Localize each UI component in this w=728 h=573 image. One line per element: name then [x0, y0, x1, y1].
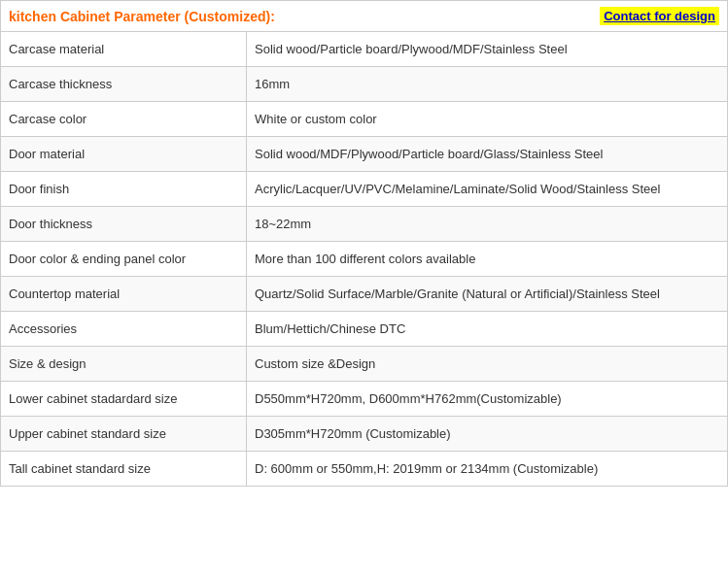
row-label: Upper cabinet standard size — [1, 417, 247, 452]
row-label: Accessories — [1, 312, 247, 347]
row-value: White or custom color — [247, 102, 728, 137]
row-label: Carcase thickness — [1, 67, 247, 102]
row-value: Custom size &Design — [247, 347, 728, 382]
table-row: Countertop materialQuartz/Solid Surface/… — [1, 277, 728, 312]
row-label: Carcase color — [1, 102, 247, 137]
row-value: Solid wood/MDF/Plywood/Particle board/Gl… — [247, 137, 728, 172]
row-value: D305mm*H720mm (Customizable) — [247, 417, 728, 452]
row-value: Quartz/Solid Surface/Marble/Granite (Nat… — [247, 277, 728, 312]
page-header: kitchen Cabinet Parameter (Customized): … — [0, 0, 728, 31]
row-label: Door thickness — [1, 207, 247, 242]
table-row: Carcase thickness16mm — [1, 67, 728, 102]
row-label: Lower cabinet stadardard size — [1, 382, 247, 417]
table-row: Door thickness18~22mm — [1, 207, 728, 242]
row-label: Tall cabinet standard size — [1, 452, 247, 487]
row-value: D550mm*H720mm, D600mm*H762mm(Customizabl… — [247, 382, 728, 417]
contact-link[interactable]: Contact for design — [600, 7, 719, 25]
row-label: Door material — [1, 137, 247, 172]
row-label: Door finish — [1, 172, 247, 207]
table-row: Lower cabinet stadardard sizeD550mm*H720… — [1, 382, 728, 417]
row-value: Blum/Hettich/Chinese DTC — [247, 312, 728, 347]
row-value: D: 600mm or 550mm,H: 2019mm or 2134mm (C… — [247, 452, 728, 487]
table-row: Door color & ending panel colorMore than… — [1, 242, 728, 277]
row-value: Acrylic/Lacquer/UV/PVC/Melamine/Laminate… — [247, 172, 728, 207]
row-value: Solid wood/Particle board/Plywood/MDF/St… — [247, 32, 728, 67]
row-label: Countertop material — [1, 277, 247, 312]
table-row: Door finishAcrylic/Lacquer/UV/PVC/Melami… — [1, 172, 728, 207]
table-row: Carcase colorWhite or custom color — [1, 102, 728, 137]
table-row: Carcase materialSolid wood/Particle boar… — [1, 32, 728, 67]
table-row: Size & designCustom size &Design — [1, 347, 728, 382]
row-label: Size & design — [1, 347, 247, 382]
row-value: 18~22mm — [247, 207, 728, 242]
table-row: AccessoriesBlum/Hettich/Chinese DTC — [1, 312, 728, 347]
row-value: 16mm — [247, 67, 728, 102]
table-row: Door materialSolid wood/MDF/Plywood/Part… — [1, 137, 728, 172]
row-value: More than 100 different colors available — [247, 242, 728, 277]
page-title: kitchen Cabinet Parameter (Customized): — [9, 9, 275, 24]
row-label: Door color & ending panel color — [1, 242, 247, 277]
table-row: Tall cabinet standard sizeD: 600mm or 55… — [1, 452, 728, 487]
parameters-table: Carcase materialSolid wood/Particle boar… — [0, 31, 728, 487]
row-label: Carcase material — [1, 32, 247, 67]
table-row: Upper cabinet standard sizeD305mm*H720mm… — [1, 417, 728, 452]
